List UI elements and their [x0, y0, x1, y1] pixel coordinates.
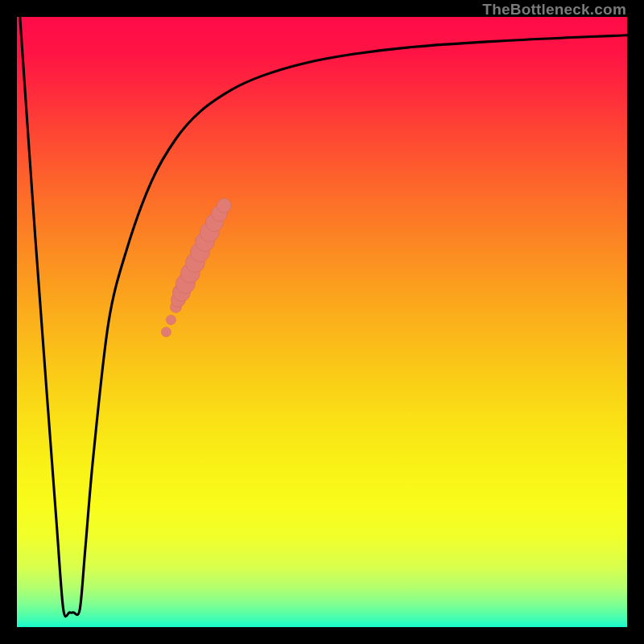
- plot-area: [17, 17, 628, 628]
- marker-dot: [161, 327, 171, 336]
- highlighted-markers: [161, 198, 231, 336]
- chart-frame: TheBottleneck.com: [0, 0, 644, 644]
- marker-dot: [166, 315, 175, 324]
- bottleneck-curve: [19, 17, 627, 617]
- watermark-text: TheBottleneck.com: [482, 1, 626, 19]
- marker-dot: [217, 198, 231, 213]
- curve-layer: [17, 17, 628, 628]
